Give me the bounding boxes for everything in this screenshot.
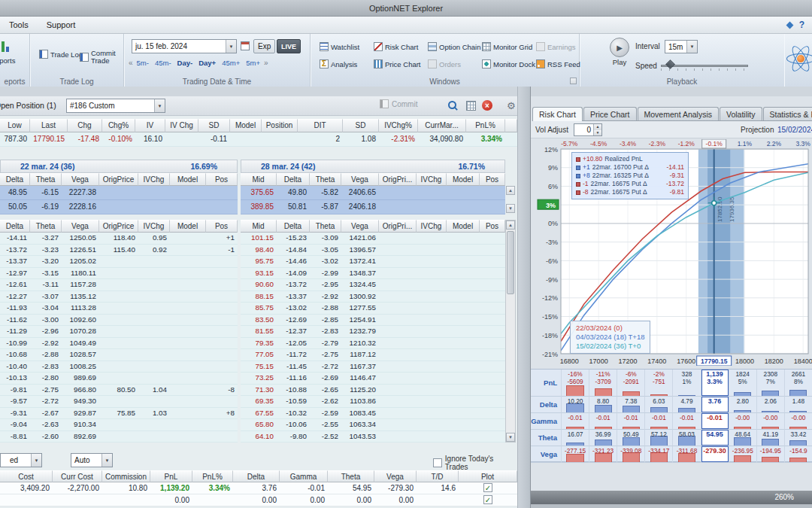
option-row[interactable]: 83.50-12.69-2.851254.91 xyxy=(241,315,505,327)
table-scrollbar[interactable]: ▲ ▼ xyxy=(505,220,516,443)
option-row-selected[interactable]: 389.8550.81-5.872406.18 xyxy=(241,200,505,214)
panel-splitter[interactable] xyxy=(517,87,531,508)
option-row[interactable]: -12.61-3.111157.28 xyxy=(0,279,238,291)
interval-select[interactable]: 15m▼ xyxy=(665,40,698,53)
option-row-selected[interactable]: 375.6549.80-5.822406.65 xyxy=(241,186,505,200)
option-row[interactable]: -8.81-2.60892.69 xyxy=(0,431,238,443)
ribbon-button-monitor-grid[interactable]: Monitor Grid xyxy=(479,40,532,53)
option-row[interactable]: -10.68-2.881028.57 xyxy=(0,349,238,361)
slider-handle[interactable] xyxy=(665,59,675,69)
option-row[interactable]: 81.55-12.37-2.831232.79 xyxy=(241,326,505,338)
option-row[interactable]: -14.11-3.271250.05118.400.95+1 xyxy=(0,233,238,245)
dialog-launcher-icon[interactable] xyxy=(570,78,577,84)
tab-volatility[interactable]: Volatility xyxy=(720,107,762,120)
option-row[interactable]: -9.04-2.63910.34 xyxy=(0,419,238,431)
exp-button[interactable]: Exp xyxy=(253,39,275,53)
option-row[interactable]: 98.40-14.84-3.051396.57 xyxy=(241,245,505,257)
trading-date-input[interactable]: ju. 15 feb. 2024▼ xyxy=(132,39,237,53)
settings-gear-icon[interactable]: ⚙ xyxy=(507,101,516,111)
option-row[interactable]: -13.37-3.201205.02 xyxy=(0,256,238,268)
grid-view-icon[interactable] xyxy=(466,101,476,111)
option-row[interactable]: -9.57-2.72949.30 xyxy=(0,396,238,408)
option-row[interactable]: -10.99-2.921049.49 xyxy=(0,338,238,350)
help-icon[interactable]: ? xyxy=(799,20,804,30)
position-selector[interactable]: #186 Custom▼ xyxy=(66,99,165,113)
scroll-up-button[interactable]: ▲ xyxy=(506,186,515,195)
option-row[interactable]: 90.60-13.72-2.951324.45 xyxy=(241,279,505,291)
option-row[interactable]: 95.75-14.46-3.021372.41 xyxy=(241,256,505,268)
ribbon-button-watchlist[interactable]: Watchlist xyxy=(317,40,369,53)
option-row-selected[interactable]: 50.05-6.192228.16 xyxy=(0,200,238,214)
ribbon-button-analysis[interactable]: Analysis xyxy=(317,57,369,71)
plot-checkbox[interactable]: ✓ xyxy=(483,495,492,504)
menu-tools[interactable]: Tools xyxy=(0,17,38,33)
nav-day-[interactable]: Day+ xyxy=(197,59,217,67)
option-row[interactable]: 71.30-10.88-2.651125.20 xyxy=(241,385,505,397)
nav-45m-[interactable]: 45m+ xyxy=(220,59,241,67)
scroll-down-button[interactable]: ▼ xyxy=(506,204,515,213)
option-row[interactable]: -13.72-3.231226.51115.400.92-1 xyxy=(0,245,238,257)
speed-slider[interactable] xyxy=(661,61,748,71)
nav-5m-[interactable]: 5m- xyxy=(135,59,150,67)
option-row[interactable]: 65.80-10.06-2.551063.34 xyxy=(241,419,505,431)
totals-row[interactable]: 3,409.20-2,270.0010.801,139.203.34%3.76-… xyxy=(0,482,517,494)
close-icon[interactable]: × xyxy=(482,100,492,111)
calendar-icon[interactable] xyxy=(241,41,250,50)
scroll-thumb[interactable] xyxy=(507,231,514,294)
option-row[interactable]: -10.13-2.80989.69 xyxy=(0,373,238,385)
scroll-up-button[interactable]: ▲ xyxy=(506,221,515,230)
option-row[interactable]: -9.31-2.67929.8775.851.03+8 xyxy=(0,408,238,420)
option-row[interactable]: -11.29-2.961070.28 xyxy=(0,326,238,338)
option-row[interactable]: 73.25-11.16-2.691146.47 xyxy=(241,373,505,385)
expiry-bar-left[interactable]: 22 mar. 24 (36) 16.69% xyxy=(0,160,238,173)
live-button[interactable]: LIVE xyxy=(277,39,301,53)
ignore-trades-checkbox[interactable] xyxy=(433,458,442,467)
nav-day-[interactable]: Day- xyxy=(176,59,195,67)
aggregate-select[interactable]: ed▼ xyxy=(0,453,42,467)
ribbon-button-rss-feed[interactable]: RSS Feed xyxy=(533,57,586,71)
tab-price-chart[interactable]: Price Chart xyxy=(583,107,637,120)
nav-fwd-chevron[interactable]: » xyxy=(264,59,268,67)
nav-back-chevron[interactable]: « xyxy=(129,59,133,67)
spin-up-icon[interactable]: ▲ xyxy=(594,124,601,130)
reports-button[interactable]: eports xyxy=(0,56,15,65)
totals-row[interactable]: 0.000.000.000.000.00✓ xyxy=(0,494,517,506)
ribbon-button-option-chain[interactable]: Option Chain xyxy=(425,40,477,53)
option-row[interactable]: 69.35-10.59-2.621103.86 xyxy=(241,396,505,408)
option-row[interactable]: 85.75-13.02-2.881277.55 xyxy=(241,303,505,315)
ribbon-button-monitor-dock[interactable]: Monitor Dock xyxy=(479,57,532,71)
option-row[interactable]: 67.55-10.32-2.591083.45 xyxy=(241,408,505,420)
spin-down-icon[interactable]: ▼ xyxy=(594,130,601,136)
projection-date[interactable]: 15/02/2024 xyxy=(777,126,812,134)
option-row[interactable]: -9.81-2.75966.8080.501.04-8 xyxy=(0,385,238,397)
option-row[interactable]: 64.10-9.80-2.521043.53 xyxy=(241,431,505,443)
ribbon-button-risk-chart[interactable]: Risk Chart xyxy=(371,40,423,53)
plot-checkbox[interactable]: ✓ xyxy=(483,483,492,492)
search-icon[interactable] xyxy=(448,101,458,111)
tab-movement-analysis[interactable]: Movement Analysis xyxy=(638,107,719,120)
vol-adjust-spinner[interactable]: 0 ▲▼ xyxy=(574,123,602,136)
nav-45m-[interactable]: 45m- xyxy=(153,59,173,67)
option-row[interactable]: -12.27-3.071135.12 xyxy=(0,291,238,303)
scroll-down-button[interactable]: ▼ xyxy=(506,433,515,442)
auto-select[interactable]: Auto▼ xyxy=(71,453,113,467)
nav-5m-[interactable]: 5m+ xyxy=(244,59,262,67)
menu-support[interactable]: Support xyxy=(38,17,85,33)
option-row[interactable]: -11.62-3.001092.60 xyxy=(0,315,238,327)
tab-statistics-fund[interactable]: Statistics & Fund xyxy=(763,107,812,120)
option-row[interactable]: 101.15-15.23-3.091421.06 xyxy=(241,233,505,245)
option-row[interactable]: 79.35-12.05-2.791210.32 xyxy=(241,338,505,350)
ribbon-button-price-chart[interactable]: Price Chart xyxy=(371,57,423,71)
play-button[interactable]: ▶ xyxy=(610,38,629,57)
commit-trade-button[interactable]: Commit Trade xyxy=(77,47,126,67)
option-row-selected[interactable]: 48.95-6.152227.38 xyxy=(0,186,238,200)
option-row[interactable]: -10.40-2.831008.25 xyxy=(0,361,238,373)
option-row[interactable]: 88.15-13.37-2.921300.92 xyxy=(241,291,505,303)
tab-risk-chart[interactable]: Risk Chart xyxy=(532,107,583,121)
expiry-bar-right[interactable]: 28 mar. 24 (42) 16.71% xyxy=(241,160,505,173)
option-row[interactable]: 75.15-11.45-2.721167.37 xyxy=(241,361,505,373)
option-row[interactable]: 77.05-11.72-2.751187.12 xyxy=(241,349,505,361)
option-row[interactable]: -11.93-3.041113.28 xyxy=(0,303,238,315)
option-row[interactable]: 93.15-14.09-2.991348.37 xyxy=(241,268,505,280)
option-row[interactable]: -12.97-3.151180.11 xyxy=(0,268,238,280)
